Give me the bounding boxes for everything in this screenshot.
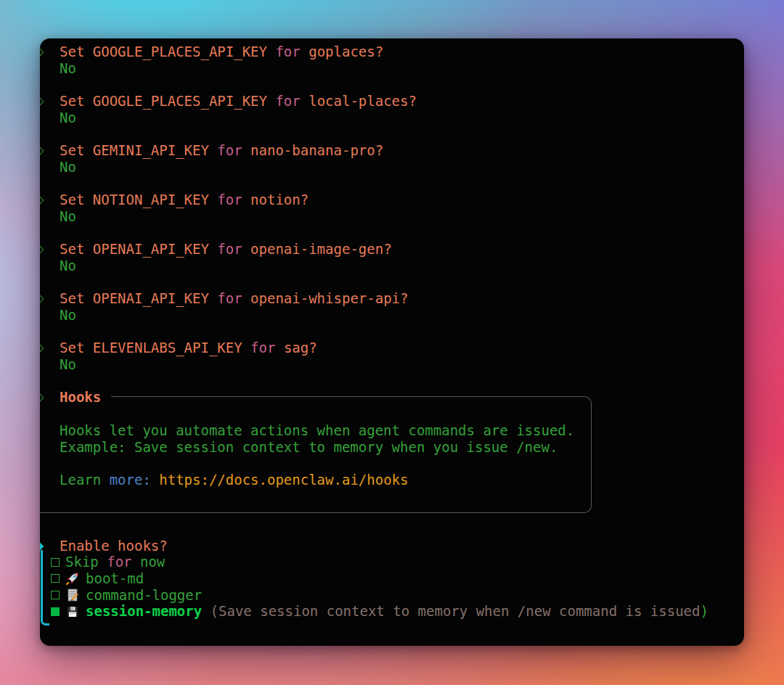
prompt-question: Set ELEVENLABS_API_KEY for sag? xyxy=(60,340,730,356)
option-label: command-logger xyxy=(86,587,202,604)
option-label: boot-md xyxy=(86,570,144,587)
hooks-note-body-line1: Hooks let you automate actions when agen… xyxy=(60,422,574,439)
completed-step-diamond-icon: ◇ xyxy=(40,44,47,60)
prompt-answer: No xyxy=(60,356,730,373)
for-keyword: for xyxy=(217,290,242,306)
for-keyword: for xyxy=(275,93,300,109)
for-keyword: for xyxy=(107,554,131,570)
question-text: Set NOTION_API_KEY xyxy=(60,192,217,208)
prompt-question: Set GEMINI_API_KEY for nano-banana-pro? xyxy=(60,142,730,159)
completed-step-diamond-icon: ◇ xyxy=(40,142,47,159)
prompt-answer: No xyxy=(60,258,730,274)
prompt-question: Set GOOGLE_PLACES_API_KEY for local-plac… xyxy=(60,93,730,110)
floppy-disk-icon xyxy=(65,604,80,619)
option-command-logger[interactable]: command-logger xyxy=(51,587,730,604)
hooks-note-body-line2: Example: Save session context to memory … xyxy=(60,439,574,456)
question-text: Set ELEVENLABS_API_KEY xyxy=(60,340,250,356)
for-keyword: for xyxy=(217,241,242,257)
completed-step-diamond-icon: ◇ xyxy=(40,241,47,258)
more-label: more: xyxy=(110,472,151,488)
question-text: Set GOOGLE_PLACES_API_KEY xyxy=(60,44,275,60)
completed-step-diamond-icon: ◇ xyxy=(40,93,47,110)
question-text: Set GOOGLE_PLACES_API_KEY xyxy=(60,93,275,109)
prompt-answer: No xyxy=(60,60,730,77)
completed-step-diamond-icon: ◇ xyxy=(40,389,60,406)
for-keyword: for xyxy=(217,192,242,208)
enable-hooks-question: Enable hooks? xyxy=(60,538,730,554)
option-label: session-memory xyxy=(86,603,202,620)
checkbox-unchecked-icon[interactable] xyxy=(51,574,60,583)
hooks-note-title-row: ◇ Hooks xyxy=(40,389,111,406)
completed-prompt-goplaces: ◇ Set GOOGLE_PLACES_API_KEY for goplaces… xyxy=(60,44,730,76)
question-target: notion? xyxy=(242,192,309,208)
docs-url-link[interactable]: https://docs.openclaw.ai/hooks xyxy=(151,472,409,488)
question-target: nano-banana-pro? xyxy=(242,142,383,158)
question-target: openai-image-gen? xyxy=(242,241,392,257)
prompt-answer: No xyxy=(60,110,730,126)
completed-prompt-sag: ◇ Set ELEVENLABS_API_KEY for sag? No xyxy=(60,340,730,372)
hooks-note-section: ◇ Hooks Hooks let you automate actions w… xyxy=(60,389,730,521)
memo-icon xyxy=(65,588,80,602)
question-target: goplaces? xyxy=(301,44,383,60)
prompt-question: Set NOTION_API_KEY for notion? xyxy=(60,192,730,208)
completed-step-diamond-icon: ◇ xyxy=(40,290,47,307)
checkbox-checked-icon[interactable] xyxy=(51,607,60,616)
question-target: openai-whisper-api? xyxy=(242,290,409,306)
completed-prompt-notion: ◇ Set NOTION_API_KEY for notion? No xyxy=(60,192,730,224)
question-text: Set GEMINI_API_KEY xyxy=(60,142,217,158)
completed-step-diamond-icon: ◇ xyxy=(40,192,47,208)
prompt-question: Set OPENAI_API_KEY for openai-image-gen? xyxy=(60,241,730,258)
question-target: sag? xyxy=(275,340,317,356)
enable-hooks-prompt: ◆ Enable hooks? Skip for now boot-md xyxy=(60,538,730,620)
question-text: Set OPENAI_API_KEY xyxy=(60,241,217,257)
rocket-icon xyxy=(65,571,80,586)
terminal-window: ◇ Set GOOGLE_PLACES_API_KEY for goplaces… xyxy=(40,38,744,646)
option-label: now xyxy=(132,554,166,570)
for-keyword: for xyxy=(275,44,300,60)
hooks-note-title: Hooks xyxy=(60,389,101,406)
hooks-note-body: Hooks let you automate actions when agen… xyxy=(60,422,574,455)
option-label: Skip xyxy=(65,554,107,570)
prompt-question: Set GOOGLE_PLACES_API_KEY for goplaces? xyxy=(60,44,730,60)
completed-prompt-nano-banana-pro: ◇ Set GEMINI_API_KEY for nano-banana-pro… xyxy=(60,142,730,175)
option-session-memory[interactable]: session-memory (Save session context to … xyxy=(51,603,730,620)
learn-label: Learn xyxy=(60,472,110,488)
prompt-question: Set OPENAI_API_KEY for openai-whisper-ap… xyxy=(60,290,730,307)
checkbox-unchecked-icon[interactable] xyxy=(51,591,60,599)
question-text: Set OPENAI_API_KEY xyxy=(60,290,217,306)
option-skip-for-now[interactable]: Skip for now xyxy=(51,554,730,570)
option-note: (Save session context to memory when /ne… xyxy=(202,603,700,620)
option-boot-md[interactable]: boot-md xyxy=(51,570,730,587)
completed-prompt-openai-whisper-api: ◇ Set OPENAI_API_KEY for openai-whisper-… xyxy=(60,290,730,323)
hooks-note-learn-row: Learn more: https://docs.openclaw.ai/hoo… xyxy=(60,472,408,488)
completed-prompt-local-places: ◇ Set GOOGLE_PLACES_API_KEY for local-pl… xyxy=(60,93,730,126)
active-step-rail xyxy=(41,550,49,625)
for-keyword: for xyxy=(217,142,242,158)
completed-step-diamond-icon: ◇ xyxy=(40,340,47,356)
checkbox-unchecked-icon[interactable] xyxy=(51,558,60,567)
option-note-close-paren: ) xyxy=(701,603,709,620)
prompt-answer: No xyxy=(60,208,730,225)
question-target: local-places? xyxy=(301,93,417,109)
prompt-answer: No xyxy=(60,159,730,176)
prompt-answer: No xyxy=(60,307,730,324)
completed-prompt-openai-image-gen: ◇ Set OPENAI_API_KEY for openai-image-ge… xyxy=(60,241,730,274)
for-keyword: for xyxy=(250,340,275,356)
